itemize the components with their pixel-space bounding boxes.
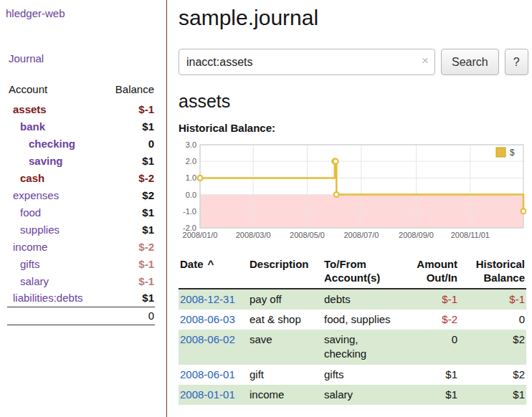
transaction-description: pay off [248, 289, 323, 310]
svg-text:2008/05/0: 2008/05/0 [290, 231, 325, 239]
transaction-date-link[interactable]: 2008-06-02 [179, 330, 248, 365]
transaction-date-link[interactable]: 2008-01-01 [179, 385, 248, 405]
account-balance: $-1 [103, 100, 155, 118]
transaction-accounts: food, supplies [323, 310, 403, 330]
transaction-balance: 0 [459, 310, 526, 330]
account-row-saving: saving $1 [7, 152, 155, 169]
account-row-cash: cash $-2 [7, 169, 155, 186]
account-row-assets: assets $-1 [7, 100, 155, 118]
transaction-description: gift [248, 365, 323, 385]
svg-text:-1.0: -1.0 [183, 207, 196, 216]
svg-text:2008/07/0: 2008/07/0 [343, 231, 379, 239]
account-link-assets[interactable]: assets [13, 103, 47, 115]
svg-text:$: $ [510, 148, 515, 158]
account-balance: $1 [103, 221, 155, 238]
transaction-date-link[interactable]: 2008-06-03 [179, 310, 248, 330]
account-balance: $-2 [103, 238, 155, 255]
transaction-amount: 0 [403, 330, 459, 365]
register-row: 2008-06-01 gift gifts $1 $2 [179, 365, 526, 385]
register-table: Date^ Description To/From Account(s) Amo… [179, 257, 526, 405]
register-row: 2008-01-01 income salary $1 $1 [179, 385, 526, 405]
amount-header-line1: Amount [404, 258, 457, 272]
register-row: 2008-06-03 eat & shop food, supplies $-2… [179, 310, 526, 330]
transaction-balance: $1 [459, 385, 526, 405]
account-balance: $-2 [103, 169, 155, 186]
transaction-balance: $2 [459, 365, 526, 385]
register-header-row: Date^ Description To/From Account(s) Amo… [179, 257, 526, 289]
account-link-supplies[interactable]: supplies [20, 224, 60, 236]
balance-step-chart: 3.02.01.00.0-1.0-2.02008/01/02008/03/020… [179, 140, 526, 244]
search-row: × Search ? [179, 49, 528, 75]
transaction-accounts: gifts [323, 365, 403, 385]
help-button[interactable]: ? [505, 49, 528, 75]
account-balance: $-1 [103, 272, 155, 289]
account-row-liabilities-debts: liabilities:debts $1 [7, 289, 155, 307]
account-link-bank[interactable]: bank [20, 120, 45, 133]
account-balance: $1 [103, 118, 155, 135]
tofrom-header-line1: To/From [324, 258, 400, 272]
account-link-food[interactable]: food [20, 206, 41, 219]
register-header-date[interactable]: Date^ [179, 257, 248, 289]
account-row-checking: checking 0 [7, 135, 155, 152]
main-content: sample.journal × Search ? assets Histori… [167, 0, 532, 417]
register-header-amount: Amount Out/In [403, 257, 459, 289]
register-row: 2008-06-02 save saving, checking 0 $2 [179, 330, 526, 365]
transaction-description: income [248, 385, 323, 405]
transaction-amount: $1 [403, 385, 459, 405]
transaction-balance: $2 [459, 330, 526, 365]
balance-header-line1: Historical [460, 258, 525, 272]
account-balance: $1 [103, 203, 155, 221]
transaction-description: eat & shop [248, 310, 323, 330]
transaction-accounts: debts [323, 289, 403, 310]
account-row-expenses: expenses $2 [7, 186, 155, 203]
account-row-supplies: supplies $1 [7, 221, 155, 238]
account-link-income[interactable]: income [13, 241, 47, 253]
account-link-cash[interactable]: cash [20, 172, 44, 184]
clear-search-icon[interactable]: × [422, 54, 429, 67]
svg-text:1.0: 1.0 [186, 173, 196, 182]
sidebar: hledger-web Journal Account Balance asse… [0, 0, 167, 417]
account-balance: $2 [103, 186, 155, 203]
register-header-balance: Historical Balance [459, 257, 526, 289]
accounts-header-account: Account [7, 82, 103, 100]
account-link-expenses[interactable]: expenses [13, 189, 59, 201]
sidebar-item-journal[interactable]: Journal [6, 52, 166, 64]
account-row-gifts: gifts $-1 [7, 255, 155, 272]
svg-text:0.0: 0.0 [186, 191, 196, 199]
svg-text:2008/09/0: 2008/09/0 [399, 231, 434, 239]
app-brand-link[interactable]: hledger-web [6, 7, 65, 19]
register-header-tofrom: To/From Account(s) [323, 257, 403, 289]
sort-ascending-icon: ^ [208, 258, 214, 270]
account-link-saving[interactable]: saving [29, 155, 63, 167]
transaction-description: save [248, 330, 323, 365]
account-link-checking[interactable]: checking [29, 138, 75, 150]
svg-text:2008/01/0: 2008/01/0 [183, 231, 218, 239]
transaction-amount: $-1 [403, 289, 459, 310]
register-header-description: Description [248, 257, 323, 289]
transaction-date-link[interactable]: 2008-12-31 [179, 289, 248, 310]
register-row: 2008-12-31 pay off debts $-1 $-1 [179, 289, 526, 310]
date-header-label: Date [180, 258, 204, 270]
transaction-date-link[interactable]: 2008-06-01 [179, 365, 248, 385]
transaction-balance: $-1 [459, 289, 526, 310]
account-link-liabilities-debts[interactable]: liabilities:debts [13, 292, 83, 304]
account-link-gifts[interactable]: gifts [20, 258, 40, 270]
accounts-table: Account Balance assets $-1 bank $1 check… [7, 82, 155, 325]
account-row-income: income $-2 [7, 238, 155, 255]
tofrom-header-line2: Account(s) [324, 272, 400, 285]
account-balance: $1 [103, 289, 155, 307]
account-balance: 0 [103, 135, 155, 152]
transaction-accounts: salary [323, 385, 403, 405]
accounts-total-value: 0 [103, 307, 155, 325]
account-link-salary[interactable]: salary [20, 275, 49, 287]
transaction-amount: $-2 [403, 310, 459, 330]
search-input[interactable] [179, 49, 435, 75]
accounts-total-spacer [7, 307, 103, 325]
accounts-header-row: Account Balance [7, 82, 155, 100]
account-row-salary: salary $-1 [7, 272, 155, 289]
account-row-bank: bank $1 [7, 118, 155, 135]
account-heading: assets [179, 91, 528, 112]
app: hledger-web Journal Account Balance asse… [0, 0, 532, 417]
search-button[interactable]: Search [441, 49, 499, 75]
svg-text:2008/03/0: 2008/03/0 [236, 231, 271, 239]
